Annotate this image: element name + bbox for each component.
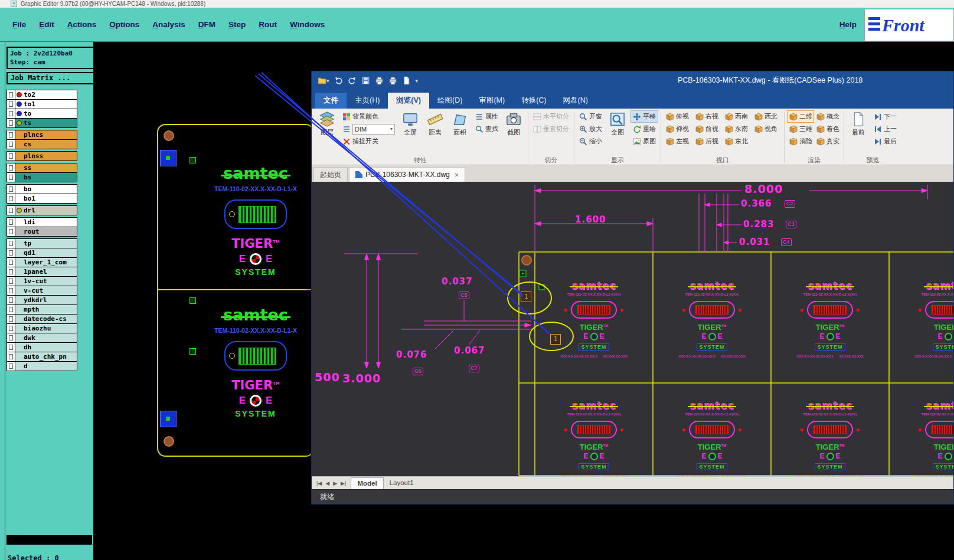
pan-button[interactable]: 平移 — [630, 110, 658, 123]
original-view-button[interactable]: 原图 — [630, 135, 658, 148]
viewport-item-10[interactable]: 后视 — [693, 135, 723, 148]
layer-row-to2[interactable]: to2 — [7, 90, 77, 100]
cadsee-tab-1[interactable]: 文件 — [315, 93, 347, 109]
layer-checkbox[interactable] — [7, 248, 15, 257]
menu-edit[interactable]: Edit — [32, 20, 61, 29]
layer-checkbox[interactable] — [7, 130, 15, 139]
preview-last-button[interactable]: 最后 — [871, 135, 899, 148]
layer-checkbox[interactable] — [7, 352, 15, 361]
document-tab-2[interactable]: PCB-106303-MKT-XX.dwg× — [349, 167, 465, 182]
background-color-button[interactable]: 背景颜色 — [340, 110, 397, 123]
viewport-item-9[interactable]: 左视 — [664, 135, 693, 148]
layer-checkbox[interactable] — [7, 140, 15, 149]
document-tab-1[interactable]: 起始页 — [313, 167, 348, 182]
print-button[interactable] — [375, 76, 384, 85]
layer-row-d[interactable]: d — [7, 362, 77, 371]
close-tab-icon[interactable]: × — [455, 171, 459, 179]
viewport-item-7[interactable]: 东南 — [723, 123, 752, 135]
menu-step[interactable]: Step — [222, 20, 252, 29]
layer-row-bs[interactable]: bs — [7, 173, 77, 182]
cadsee-tab-3[interactable]: 浏览(V) — [388, 93, 429, 109]
redraw-button[interactable]: 重绘 — [630, 123, 658, 135]
fullscreen-button[interactable]: 全屏 — [398, 110, 422, 137]
preview-prev-button[interactable]: 上一 — [871, 123, 899, 135]
screenshot-button[interactable]: 截图 — [502, 110, 525, 137]
zoom-extents-button[interactable]: 全图 — [606, 110, 629, 137]
layer-row-v-cut[interactable]: v-cut — [7, 286, 77, 296]
menu-file[interactable]: File — [6, 20, 32, 29]
layer-checkbox[interactable] — [7, 267, 15, 276]
cadsee-tab-6[interactable]: 转换(C) — [513, 93, 554, 109]
layer-checkbox[interactable] — [7, 315, 15, 323]
cadsee-titlebar[interactable]: ▾ ▾ PCB-106303-MKT-XX.dwg - 看图纸(CADSee P… — [312, 71, 953, 90]
preview-next-button[interactable]: 下一 — [871, 110, 899, 123]
layer-row-rout[interactable]: rout — [7, 227, 77, 236]
layer-row-ts[interactable]: ts — [7, 119, 77, 127]
layer-row-plncs[interactable]: plncs — [7, 130, 77, 140]
layer-row-cs[interactable]: cs — [7, 140, 77, 149]
distance-button[interactable]: 距离 — [423, 110, 447, 137]
cadsee-tab-7[interactable]: 网盘(N) — [555, 93, 596, 109]
viewport-item-6[interactable]: 前视 — [693, 123, 723, 135]
layer-row-ydkdrl[interactable]: ydkdrl — [7, 296, 77, 305]
open-dropdown-caret-icon[interactable]: ▾ — [326, 78, 329, 84]
layer-checkbox[interactable] — [7, 227, 15, 236]
layer-checkbox[interactable] — [7, 333, 15, 342]
layer-checkbox[interactable] — [7, 206, 15, 215]
layer-row-bo[interactable]: bo — [7, 185, 77, 194]
last-sheet-button[interactable]: ▶| — [341, 480, 346, 486]
layer-row-1v-cut[interactable]: 1v-cut — [7, 277, 77, 286]
layer-row-1panel[interactable]: 1panel — [7, 267, 77, 277]
dim-style-select[interactable]: DIM▾ — [340, 123, 397, 135]
viewport-item-8[interactable]: 视角 — [752, 123, 782, 135]
layer-checkbox[interactable] — [7, 305, 15, 314]
cadsee-tab-2[interactable]: 主页(H) — [347, 93, 388, 109]
layer-checkbox[interactable] — [7, 277, 15, 286]
preview-first-button[interactable]: 最前 — [847, 110, 870, 137]
layer-checkbox[interactable] — [7, 239, 15, 248]
layer-row-dh[interactable]: dh — [7, 343, 77, 352]
layer-row-auto_chk_pn[interactable]: auto_chk_pn — [7, 352, 77, 362]
viewport-item-11[interactable]: 东北 — [723, 135, 752, 148]
render-item-5[interactable]: 消隐 — [787, 135, 814, 148]
menu-rout[interactable]: Rout — [252, 20, 283, 29]
layer-row-to1[interactable]: to1 — [7, 100, 77, 109]
layer-checkbox[interactable] — [7, 218, 15, 227]
sheet-tab-layout1[interactable]: Layout1 — [384, 477, 420, 489]
cadsee-tab-5[interactable]: 审图(M) — [471, 93, 513, 109]
render-item-6[interactable]: 真实 — [814, 135, 841, 148]
layer-row-drl[interactable]: drl — [7, 206, 77, 215]
menu-help[interactable]: Help — [839, 20, 857, 29]
render-item-3[interactable]: 三维 — [787, 123, 814, 135]
save-button[interactable] — [361, 76, 370, 85]
layer-row-layer_1_com[interactable]: layer_1_com — [7, 258, 77, 267]
redo-button[interactable] — [348, 76, 357, 85]
layer-row-mpth[interactable]: mpth — [7, 305, 77, 315]
layer-checkbox[interactable] — [7, 90, 15, 99]
attributes-button[interactable]: 属性 — [473, 110, 501, 123]
layer-row-qd1[interactable]: qd1 — [7, 248, 77, 258]
layer-row-dwk[interactable]: dwk — [7, 333, 77, 343]
layer-row-datecode-cs[interactable]: datecode-cs — [7, 315, 77, 324]
zoom-in-button[interactable]: 放大 — [577, 123, 605, 135]
undo-button[interactable] — [334, 76, 343, 85]
dropdown-caret-icon[interactable]: ▾ — [390, 126, 393, 132]
open-file-button[interactable]: ▾ — [318, 76, 329, 85]
layer-checkbox[interactable] — [7, 343, 15, 352]
layer-checkbox[interactable] — [7, 362, 15, 371]
layer-row-biaozhu[interactable]: biaozhu — [7, 324, 77, 333]
drawing-viewport[interactable]: samtecTEM-110-02-XX.X-XX-D-L1-X(XX)TIGER… — [312, 182, 953, 476]
first-sheet-button[interactable]: |◀ — [316, 480, 322, 486]
menu-dfm[interactable]: DFM — [192, 20, 222, 29]
cadsee-tab-4[interactable]: 绘图(D) — [429, 93, 471, 109]
snap-toggle-button[interactable]: 捕捉开关 — [340, 135, 397, 148]
layer-checkbox[interactable] — [7, 286, 15, 295]
viewport-item-3[interactable]: 西南 — [723, 110, 752, 123]
area-button[interactable]: 面积 — [448, 110, 472, 137]
render-item-4[interactable]: 着色 — [814, 123, 841, 135]
menu-analysis[interactable]: Analysis — [146, 20, 192, 29]
zoom-window-button[interactable]: 开窗 — [577, 110, 605, 123]
render-item-1[interactable]: 二维 — [787, 110, 814, 123]
print-preview-button[interactable] — [402, 76, 411, 85]
layer-checkbox[interactable] — [7, 152, 15, 161]
